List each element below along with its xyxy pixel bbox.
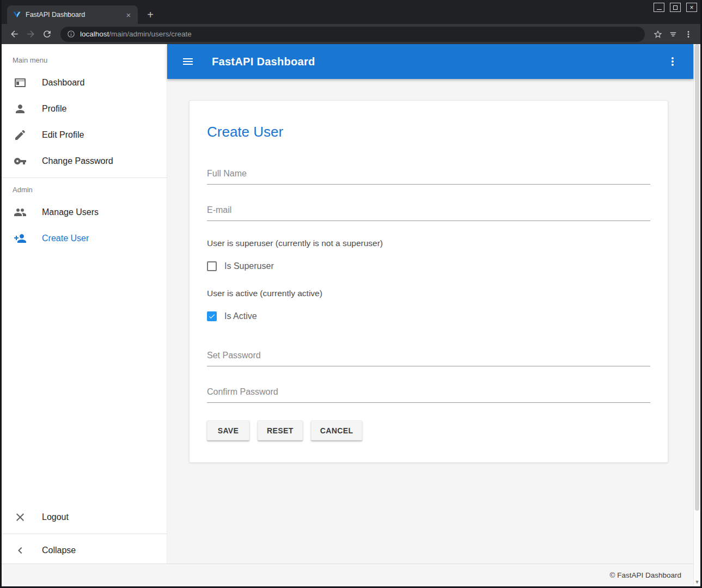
- email-field[interactable]: [207, 202, 650, 221]
- key-icon: [14, 155, 27, 168]
- sidebar-item-profile[interactable]: Profile: [2, 96, 167, 122]
- reload-icon[interactable]: [39, 26, 55, 42]
- app-bar: FastAPI Dashboard: [167, 44, 693, 79]
- main-area: FastAPI Dashboard Create User User is su…: [167, 44, 693, 564]
- vuetify-favicon-icon: [13, 10, 21, 19]
- sidebar-item-manage-users[interactable]: Manage Users: [2, 199, 167, 225]
- appbar-kebab-menu-icon[interactable]: [661, 50, 685, 74]
- sidebar-item-change-password[interactable]: Change Password: [2, 148, 167, 174]
- set-password-field[interactable]: [207, 347, 650, 366]
- chevron-left-icon: [14, 544, 27, 557]
- confirm-password-field[interactable]: [207, 384, 650, 403]
- browser-titlebar: FastAPI Dashboard × + ×: [2, 0, 700, 24]
- browser-toolbar: localhost/main/admin/users/create: [2, 24, 700, 44]
- sidebar-item-dashboard[interactable]: Dashboard: [2, 70, 167, 96]
- checkbox-unchecked-icon: [207, 261, 217, 271]
- window-controls: ×: [654, 3, 697, 12]
- checkbox-label: Is Active: [224, 311, 257, 321]
- sidebar-item-label: Create User: [42, 234, 89, 243]
- full-name-field[interactable]: [207, 166, 650, 185]
- browser-kebab-menu-icon[interactable]: [681, 27, 696, 42]
- info-icon[interactable]: [67, 30, 75, 38]
- browser-window: FastAPI Dashboard × + × localhost/main/a…: [0, 0, 702, 588]
- forward-icon[interactable]: [22, 26, 39, 42]
- new-tab-button[interactable]: +: [142, 7, 158, 23]
- window-close-button[interactable]: ×: [686, 3, 697, 12]
- address-bar[interactable]: localhost/main/admin/users/create: [60, 27, 645, 42]
- sidebar-item-edit-profile[interactable]: Edit Profile: [2, 122, 167, 148]
- tab-title: FastAPI Dashboard: [26, 11, 124, 19]
- hamburger-menu-icon[interactable]: [176, 50, 200, 74]
- is-superuser-checkbox[interactable]: Is Superuser: [207, 257, 650, 275]
- active-hint: User is active (currently active): [207, 289, 650, 298]
- is-active-checkbox[interactable]: Is Active: [207, 307, 650, 326]
- sidebar-item-label: Edit Profile: [42, 130, 84, 140]
- browser-tab[interactable]: FastAPI Dashboard ×: [7, 5, 138, 24]
- form-buttons: SAVE RESET CANCEL: [207, 420, 650, 440]
- window-minimize-button[interactable]: [654, 3, 664, 12]
- cancel-button[interactable]: CANCEL: [311, 420, 363, 440]
- url-text: localhost/main/admin/users/create: [80, 30, 192, 38]
- sidebar-item-collapse[interactable]: Collapse: [2, 537, 167, 564]
- sidebar-divider: [2, 177, 167, 178]
- appbar-title: FastAPI Dashboard: [212, 56, 315, 68]
- people-icon: [14, 206, 27, 219]
- sidebar-section-admin: Admin: [2, 181, 167, 199]
- sidebar-item-label: Profile: [42, 104, 66, 114]
- window-maximize-button[interactable]: [670, 3, 681, 12]
- footer-text: © FastAPI Dashboard: [609, 571, 681, 579]
- scrollbar-down-arrow-icon[interactable]: ▼: [694, 580, 700, 585]
- create-user-card: Create User User is superuser (currently…: [189, 100, 668, 463]
- tab-close-icon[interactable]: ×: [124, 10, 133, 20]
- superuser-hint: User is superuser (currently is not a su…: [207, 238, 650, 248]
- pencil-icon: [14, 128, 27, 142]
- sidebar-item-label: Logout: [42, 512, 69, 522]
- person-add-icon: [14, 232, 27, 245]
- page-footer: © FastAPI Dashboard: [2, 564, 693, 586]
- content-area: Create User User is superuser (currently…: [167, 79, 693, 564]
- checkbox-label: Is Superuser: [224, 261, 274, 271]
- bookmark-star-icon[interactable]: [650, 27, 666, 42]
- page-title: Create User: [207, 124, 650, 140]
- url-host: localhost: [80, 30, 109, 38]
- sidebar-divider: [2, 534, 167, 534]
- sidebar-item-label: Manage Users: [42, 207, 99, 217]
- sidebar-item-create-user[interactable]: Create User: [2, 225, 167, 252]
- sidebar-section-main-menu: Main menu: [2, 52, 167, 70]
- scrollbar-thumb[interactable]: [695, 44, 699, 511]
- save-button[interactable]: SAVE: [207, 420, 249, 440]
- sidebar: Main menu Dashboard Profile: [2, 44, 167, 564]
- reset-button[interactable]: RESET: [258, 420, 303, 440]
- url-path: /main/admin/users/create: [109, 30, 192, 38]
- checkbox-checked-icon: [207, 311, 217, 321]
- browser-extensions-icon[interactable]: [666, 27, 681, 42]
- person-icon: [14, 102, 27, 115]
- close-x-icon: [14, 511, 27, 524]
- dashboard-icon: [14, 76, 27, 89]
- sidebar-item-label: Collapse: [42, 546, 76, 555]
- sidebar-item-logout[interactable]: Logout: [2, 504, 167, 530]
- sidebar-item-label: Change Password: [42, 156, 113, 166]
- scrollbar[interactable]: ▼: [693, 44, 700, 586]
- sidebar-item-label: Dashboard: [42, 78, 84, 88]
- web-page: Main menu Dashboard Profile: [2, 44, 700, 586]
- back-icon[interactable]: [6, 26, 22, 42]
